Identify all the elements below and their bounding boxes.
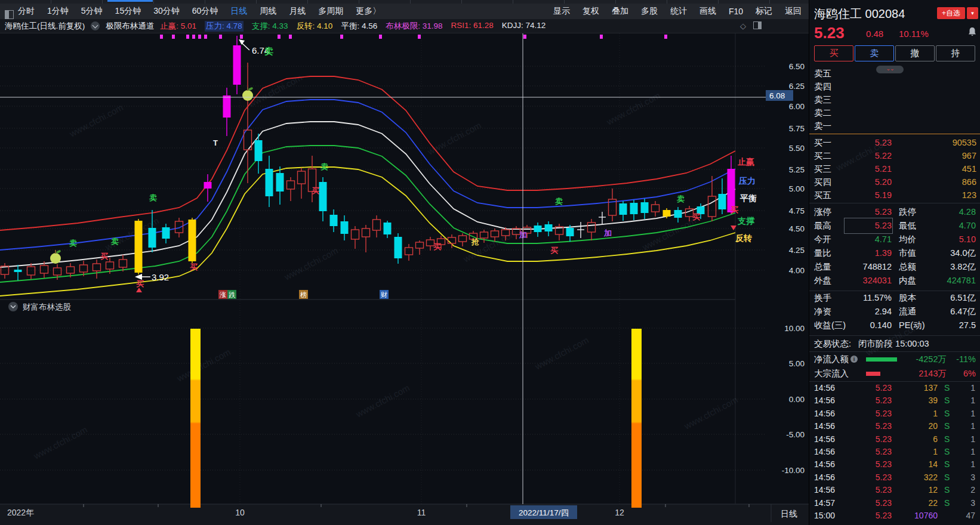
stat-row: 最高5.23最低4.70 xyxy=(809,219,980,233)
sub-axis-label: 10.00 xyxy=(784,324,805,333)
crosshair-price: 6.08 xyxy=(769,91,785,100)
trade-row[interactable]: 14:565.236S1 xyxy=(809,433,980,446)
ask-row[interactable]: 卖四 xyxy=(809,80,980,93)
bid-row[interactable]: 买二5.22967 xyxy=(809,149,980,162)
signal-label: 卖 xyxy=(149,193,157,202)
price-axis-label: 5.50 xyxy=(789,144,805,153)
stock-code: 002084 xyxy=(865,7,905,20)
ask-row[interactable]: 卖一 xyxy=(809,119,980,132)
stat-row: 外盘324031内盘424781 xyxy=(809,274,980,288)
line-label: 压力 xyxy=(738,176,756,186)
stat-row: 收益(三)0.140PE(动)27.5 xyxy=(809,319,980,332)
stock-name-code: 海鸥住工 002084 xyxy=(814,6,905,22)
signal-dot xyxy=(204,35,207,39)
signal-label: 卖 xyxy=(111,237,119,246)
trade-row[interactable]: 14:575.2322S3 xyxy=(809,497,980,509)
svg-text:买: 买 xyxy=(136,279,144,288)
signal-label: 卖 xyxy=(677,194,685,203)
signal-label: 买 xyxy=(190,262,198,271)
ask-row[interactable]: 卖五 xyxy=(809,67,980,80)
ask-row[interactable]: 卖二 xyxy=(809,106,980,119)
signal-dot xyxy=(379,35,382,39)
bid-row[interactable]: 买三5.21451 xyxy=(809,162,980,175)
chart-badge[interactable]: 涨 xyxy=(218,290,227,299)
trade-row[interactable]: 14:565.23322S3 xyxy=(809,471,980,484)
price-change-pct: 10.11% xyxy=(899,29,929,39)
trade-row[interactable]: 14:565.231S1 xyxy=(809,446,980,458)
stat-row: 换手11.57%股本6.51亿 xyxy=(809,291,980,305)
sub-axis-label: -5.00 xyxy=(786,430,805,439)
signal-dot xyxy=(278,35,281,39)
price-axis-label: 4.75 xyxy=(789,206,805,215)
trade-row[interactable]: 14:565.2312S2 xyxy=(809,484,980,496)
stat-row: 量比1.39市值34.0亿 xyxy=(809,246,980,260)
line-label: 止赢 xyxy=(737,157,754,166)
flow-row: 大宗流入2143万6% xyxy=(809,366,980,381)
signal-label: 买 xyxy=(692,212,700,221)
x-axis-year: 2022年 xyxy=(7,508,34,517)
trade-row[interactable]: 14:565.2314S1 xyxy=(809,458,980,471)
trade-row[interactable]: 14:565.231S1 xyxy=(809,407,980,420)
price-axis-label: 5.00 xyxy=(789,184,805,193)
signal-dot xyxy=(219,35,222,39)
signal-dot xyxy=(172,35,175,39)
trade-button-卖[interactable]: 卖 xyxy=(855,45,894,61)
trade-row[interactable]: 14:565.2339S1 xyxy=(809,394,980,407)
tick-trade-list[interactable]: 14:565.23137S114:565.2339S114:565.231S11… xyxy=(809,382,980,525)
x-axis-label: 11 xyxy=(417,508,426,517)
trade-row[interactable]: 15:005.231076047 xyxy=(809,509,980,522)
trade-button-持[interactable]: 持 xyxy=(936,45,975,61)
signal-bar-1 xyxy=(631,329,642,508)
add-favorite-button[interactable]: +自选 xyxy=(937,7,965,19)
x-axis-label: 12 xyxy=(615,508,624,517)
trade-button-买[interactable]: 买 xyxy=(814,45,853,61)
stat-row: 涨停5.23跌停4.28 xyxy=(809,205,980,219)
signal-dot xyxy=(664,35,667,39)
info-icon[interactable]: i xyxy=(850,356,858,363)
chart-badge[interactable]: 榜 xyxy=(299,290,308,299)
chart-badge[interactable]: 跌 xyxy=(227,290,236,299)
signal-label: 买 xyxy=(433,242,441,251)
favorite-dropdown-button[interactable]: ▼ xyxy=(967,7,978,19)
line-label: 平衡 xyxy=(739,193,757,203)
signal-dot xyxy=(240,35,243,39)
ask-row[interactable]: 卖三 xyxy=(809,93,980,106)
price-axis-label: 5.25 xyxy=(789,165,805,174)
price-axis-label: 4.25 xyxy=(789,246,805,255)
signal-dot xyxy=(186,35,189,39)
price-axis-label: 6.00 xyxy=(789,102,805,111)
bid-row[interactable]: 买五5.19123 xyxy=(809,189,980,202)
price-axis-label: 4.00 xyxy=(789,266,805,275)
trade-row[interactable]: 14:565.2320S1 xyxy=(809,420,980,433)
svg-text:跌: 跌 xyxy=(229,291,236,298)
alert-bell-icon[interactable] xyxy=(967,26,977,37)
signal-label: 买 xyxy=(100,252,108,261)
signal-dot xyxy=(289,35,292,39)
stock-info-panel: 海鸥住工 002084 +自选 ▼ 5.23 0.48 10.11% ⌄⌄ 卖五… xyxy=(809,0,980,525)
signal-dot xyxy=(198,35,201,39)
signal-label: 买 xyxy=(550,246,558,255)
stat-row: 净资2.94流通6.47亿 xyxy=(809,305,980,319)
svg-text:财富布林选股: 财富布林选股 xyxy=(23,302,72,311)
svg-text:卖: 卖 xyxy=(264,46,273,56)
price-axis-label: 6.25 xyxy=(789,82,805,91)
chart-badge[interactable]: 财 xyxy=(380,290,389,299)
svg-text:3.92: 3.92 xyxy=(152,272,169,282)
candle xyxy=(189,218,196,263)
main-chart[interactable]: www.cfchi.comwww.cfchi.comwww.cfchi.comw… xyxy=(0,0,809,525)
crosshair-date: 2022/11/17/四 xyxy=(519,508,569,517)
signal-label: 卖 xyxy=(320,162,328,171)
period-label[interactable]: 日线 xyxy=(781,509,797,518)
signal-label: 买 xyxy=(731,205,738,214)
signal-label: 抢 xyxy=(471,237,479,246)
signal-label: 卖 xyxy=(555,197,563,206)
trade-row[interactable]: 14:565.23137S1 xyxy=(809,382,980,394)
signal-bar-0 xyxy=(190,329,201,508)
signal-label: 买 xyxy=(312,186,319,195)
trade-button-撤[interactable]: 撤 xyxy=(895,45,935,61)
bid-row[interactable]: 买四5.20866 xyxy=(809,175,980,189)
signal-label: T xyxy=(213,138,218,147)
bid-row[interactable]: 买一5.2390535 xyxy=(809,136,980,149)
signal-dot xyxy=(600,35,603,39)
flow-row: 净流入额i-4252万-11% xyxy=(809,352,980,366)
